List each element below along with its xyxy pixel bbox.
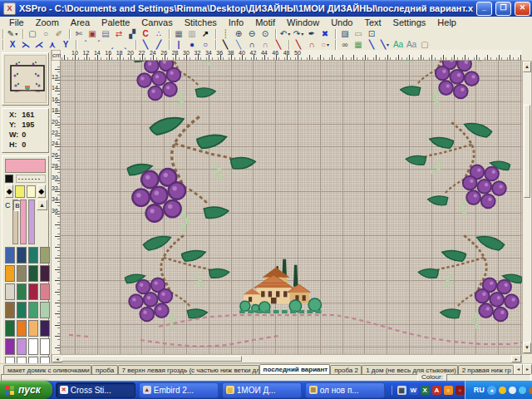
vertical-scroll-thumb[interactable] [524,105,530,198]
backstitch-button[interactable]: ╲ [219,40,232,50]
palette-swatch[interactable] [28,283,38,300]
menu-file[interactable]: File [3,17,30,28]
palette-swatch[interactable] [17,283,27,300]
half-stitch-fwd-button[interactable]: ╱ [152,40,165,50]
undo-button[interactable]: ↶▾ [278,29,292,39]
design-canvas[interactable] [61,61,523,354]
palette-swatch[interactable] [40,302,50,318]
curve-beaded-button[interactable]: ∩ [259,40,272,50]
undo-dropdown-icon[interactable]: ▾ [288,31,290,37]
horizontal-scroll-thumb[interactable] [62,356,242,362]
palette-scroll-up[interactable]: ▲ [37,200,47,210]
system-window-icon[interactable]: ▦ [397,386,406,395]
backstitch-style-sample[interactable] [16,175,46,183]
bead-button[interactable]: ● [185,40,199,50]
palette-swatch[interactable] [28,302,38,318]
task-button-2[interactable]: ▲Embird 2... [139,382,219,398]
mirror-motif-button[interactable]: ▞ [126,29,139,39]
pencil-tool-button[interactable]: ✎▾ [6,29,19,39]
palette-swatch[interactable] [5,247,15,264]
palette-swatch[interactable] [17,320,27,337]
menu-area[interactable]: Area [65,17,96,28]
menu-canvas[interactable]: Canvas [135,17,178,28]
palette-swatch[interactable] [17,247,27,264]
stitch-guide-button[interactable]: ┊ [219,29,232,39]
flip-motif-button[interactable]: ⇄ [112,29,126,39]
delete-stitch-button[interactable]: ✖ [318,29,332,39]
close-button[interactable]: ✕ [515,2,530,16]
pointer-button[interactable]: ↗ [199,29,212,39]
backstitch-beaded-button[interactable]: ╲ [232,40,245,50]
pen-button[interactable]: ✒ [305,29,318,39]
long-stitch-button[interactable]: ╲ [272,40,285,50]
pencil-tool-dropdown-icon[interactable]: ▾ [15,31,17,37]
upright-cross-button[interactable]: Y [59,40,72,50]
horizontal-scrollbar[interactable]: ◂ ▸ [52,354,522,363]
vertical-scrollbar[interactable]: ▲ ▼ [522,61,532,354]
task-button-3[interactable]: ▆1МОИ Д... [222,382,302,398]
thick-backstitch-button[interactable]: ╲ [292,40,305,50]
next-color-button[interactable]: ◆ [37,185,46,198]
scroll-right-arrow[interactable]: ▸ [511,355,521,362]
tray-network-icon[interactable] [519,387,526,394]
palette-swatch[interactable] [5,302,15,318]
select-freeform-button[interactable]: ✐ [52,29,66,39]
palette-swatch[interactable] [5,338,15,355]
palette-swatch[interactable] [28,338,38,355]
menu-text[interactable]: Text [358,17,387,28]
stitch-color-square[interactable] [5,175,13,183]
quarter-tl-button[interactable]: ˋ [79,40,92,50]
select-lasso-button[interactable]: ○ [39,29,52,39]
vertical-stitch-button[interactable]: | [172,40,185,50]
palette-swatch[interactable] [28,247,38,264]
picture-tool-button[interactable]: ▦ [352,40,365,50]
hoop-circle-dropdown-icon[interactable]: ▾ [327,42,329,47]
half-stitch-back-button[interactable]: ╲ [139,40,152,50]
corner-motif-button[interactable]: ∴ [152,29,165,39]
paste-clipboard-button[interactable]: ▨ [338,29,352,39]
zoom-in-button[interactable]: ⊕ [232,29,245,39]
menu-undo[interactable]: Undo [325,17,358,28]
current-color-swatch[interactable] [5,159,46,173]
knot-tool-button[interactable]: ∞ [338,40,352,50]
quarter-br-button[interactable]: ˎ [119,40,132,50]
menu-info[interactable]: Info [223,17,249,28]
half-cross-left-button[interactable]: ⋋ [19,40,32,50]
palette-swatch[interactable] [28,320,38,337]
menu-settings[interactable]: Settings [387,17,432,28]
save-motif-button[interactable]: ▥ [185,29,199,39]
zoom-actual-button[interactable]: ⊙ [259,29,272,39]
copy-motif-button[interactable]: ▣ [86,29,99,39]
tray-chevron-icon[interactable]: ◂ [487,386,496,395]
minimize-button[interactable]: _ [476,2,492,16]
half-cross-right-button[interactable]: ⋌ [32,40,46,50]
palette-swatch[interactable] [5,320,15,337]
menu-window[interactable]: Window [281,17,325,28]
new-page-button[interactable]: ▭ [352,29,365,39]
palette-swatch[interactable] [40,247,50,264]
thread-column-1[interactable]: B [12,200,19,244]
pattern-preview[interactable] [4,55,47,103]
special-stitch-alt-dropdown-icon[interactable]: ▾ [387,42,389,47]
text-tool-alt-button[interactable]: Aa [405,40,418,50]
paste-motif-button[interactable]: ▤ [99,29,112,39]
select-rect-button[interactable]: ▢ [26,29,39,39]
quarter-tr-button[interactable]: ˊ [92,40,106,50]
palette-swatch[interactable] [40,338,50,355]
orange-ball-icon[interactable]: ● [444,386,453,395]
palette-swatch[interactable] [40,265,50,282]
thread-column-3[interactable] [28,200,35,244]
red-ball-icon[interactable]: ● [456,386,465,395]
quarter-bl-button[interactable]: ˏ [106,40,119,50]
tray-white-icon[interactable] [509,387,516,394]
thick-curve-button[interactable]: ∩ [305,40,318,50]
outline-bead-button[interactable]: ○ [199,40,212,50]
palette-swatch[interactable] [17,265,27,282]
prev-color-button[interactable]: ◆ [5,185,13,198]
menu-palette[interactable]: Palette [96,17,135,28]
menu-help[interactable]: Help [431,17,462,28]
scroll-up-arrow[interactable]: ▲ [523,62,531,72]
menu-zoom[interactable]: Zoom [30,17,65,28]
redo-dropdown-icon[interactable]: ▾ [301,31,303,37]
word-icon[interactable]: W [409,386,418,395]
